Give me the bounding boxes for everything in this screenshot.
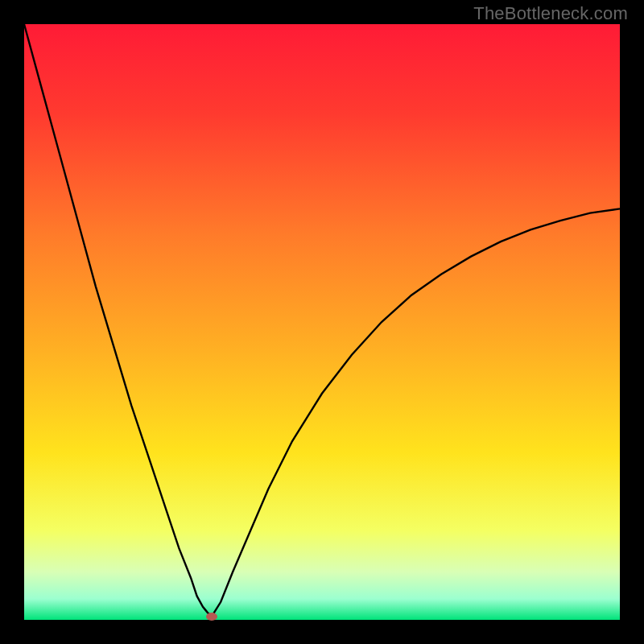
curve-left-branch bbox=[24, 24, 212, 617]
curve-right-branch bbox=[212, 208, 620, 616]
minimum-marker bbox=[206, 613, 217, 621]
bottleneck-curve bbox=[24, 24, 620, 620]
chart-frame: TheBottleneck.com bbox=[0, 0, 644, 644]
watermark-text: TheBottleneck.com bbox=[473, 3, 628, 24]
plot-area bbox=[24, 24, 620, 620]
